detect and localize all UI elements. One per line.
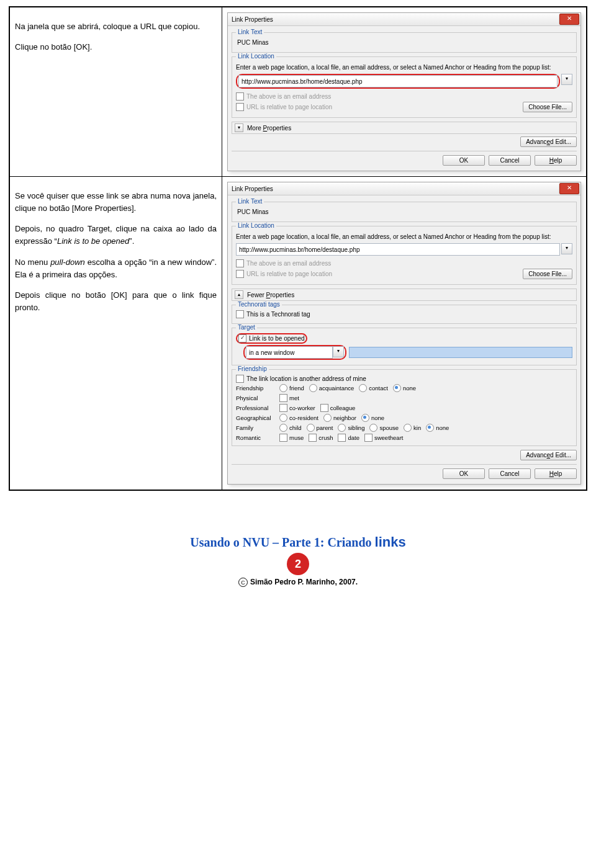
choose-file-button[interactable]: Choose File... [523,102,572,112]
checkbox-sweetheart[interactable] [364,434,372,442]
target-open-checkbox[interactable] [238,334,246,342]
instr-text: No menu pull-down escolha a opção “in a … [15,256,217,281]
advanced-edit-button[interactable]: Advanced Edit... [520,450,577,460]
url-dropdown-button[interactable]: ▾ [561,74,572,85]
more-properties-expander[interactable]: ▾ More Properties [232,122,577,134]
option-label: met [289,395,299,401]
radio-spouse[interactable] [369,424,377,432]
option-label: none [371,414,384,421]
option-label: contact [369,385,388,391]
link-text-group: Link Text PUC Minas [232,202,577,222]
choose-file-button[interactable]: Choose File... [523,269,572,279]
radio-contact[interactable] [359,384,367,392]
friendship-group: Friendship The link location is another … [232,369,577,446]
relative-checkbox[interactable] [236,270,244,278]
option-label: co-resident [289,414,318,421]
friendship-row-label: Professional [236,405,279,411]
target-select[interactable]: in a new window [246,346,333,359]
ok-button[interactable]: OK [443,468,485,479]
cancel-button[interactable]: Cancel [489,155,531,166]
option-label: neighbor [333,414,356,421]
url-dropdown-button[interactable]: ▾ [561,243,572,254]
dialog-title: Link Properties [232,186,273,192]
checkbox-colleague[interactable] [320,404,328,412]
screenshot-cell-1: Link Properties ✕ Link Text PUC Minas Li… [222,7,587,177]
option-label: sweetheart [374,434,403,441]
fewer-properties-expander[interactable]: ▴ Fewer Properties [232,289,577,301]
group-legend: Friendship [236,365,269,372]
link-text-group: Link Text PUC Minas [232,32,577,53]
option-label: child [289,424,302,431]
friendship-row-label: Geographical [236,414,279,421]
cancel-button[interactable]: Cancel [489,468,531,479]
chevron-down-icon: ▾ [235,123,243,132]
radio-co-resident[interactable] [279,414,287,422]
instr-text: Na janela que se abrirá, coloque a URL q… [15,20,217,33]
radio-neighbor[interactable] [323,414,332,422]
url-input[interactable]: http://www.pucminas.br/home/destaque.php [238,75,558,87]
link-location-group: Link Location Enter a web page location,… [232,56,577,118]
instructions-cell-2: Se você quiser que esse link se abra num… [10,177,222,490]
fewer-properties-label: Fewer Properties [247,292,294,298]
target-select-dropdown[interactable]: ▾ [333,346,344,357]
technorati-checkbox[interactable] [236,310,244,318]
t: ”. [129,236,134,246]
option-label: co-worker [289,405,315,411]
t: No menu [15,257,50,267]
friendship-row-label: Physical [236,395,279,401]
instructions-cell-1: Na janela que se abrirá, coloque a URL q… [10,7,222,177]
checkbox-crush[interactable] [309,434,317,442]
group-legend: Link Text [236,29,264,35]
help-button[interactable]: Help [535,155,577,166]
chevron-up-icon: ▴ [235,290,243,299]
radio-none[interactable] [393,384,401,392]
close-icon[interactable]: ✕ [559,183,579,194]
link-location-desc: Enter a web page location, a local file,… [236,233,572,241]
link-properties-dialog: Link Properties ✕ Link Text PUC Minas Li… [227,12,581,171]
checkbox-co-worker[interactable] [279,404,287,412]
another-address-checkbox[interactable] [236,375,244,383]
option-label: date [348,434,359,441]
email-checkbox-label: The above is an email address [246,93,331,100]
radio-parent[interactable] [307,424,315,432]
target-spacer [349,347,572,358]
relative-checkbox-label: URL is relative to page location [246,104,332,110]
link-location-group: Link Location Enter a web page location,… [232,226,577,285]
radio-kin[interactable] [404,424,412,432]
target-open-label: Link is to be opened [249,335,305,342]
radio-acquaintance[interactable] [309,384,317,392]
radio-friend[interactable] [279,384,287,392]
relative-checkbox[interactable] [236,103,244,111]
advanced-edit-button[interactable]: Advanced Edit... [520,136,577,147]
option-label: friend [289,385,304,391]
radio-none[interactable] [426,424,434,432]
ok-button[interactable]: OK [443,155,485,166]
checkbox-muse[interactable] [279,434,287,442]
instr-text: Depois clique no botão [OK] para que o l… [15,289,217,314]
dialog-titlebar: Link Properties ✕ [228,13,580,26]
url-input[interactable]: http://www.pucminas.br/home/destaque.php [236,243,560,256]
radio-sibling[interactable] [338,424,346,432]
link-location-desc: Enter a web page location, a local file,… [236,63,572,71]
option-label: parent [317,424,333,431]
t-italic: Link is to be opened [57,236,129,246]
more-properties-label: More Properties [247,125,291,132]
radio-child[interactable] [279,424,287,432]
page-footer: Usando o NVU – Parte 1: Criando links 2 … [9,534,587,587]
technorati-group: Technorati tags This is a Technorati tag [232,305,577,324]
instr-text: Clique no botão [OK]. [15,41,217,53]
email-checkbox[interactable] [236,92,244,101]
checkbox-met[interactable] [279,394,287,402]
option-label: kin [413,424,421,431]
email-checkbox[interactable] [236,259,244,267]
option-label: muse [289,434,304,441]
radio-none[interactable] [361,414,369,422]
t: Simão Pedro P. Marinho, 2007. [250,578,358,586]
group-legend: Link Text [236,198,264,205]
checkbox-date[interactable] [338,434,346,442]
close-icon[interactable]: ✕ [559,14,579,25]
t-italic: pull-down [50,257,85,267]
instr-text: Depois, no quadro Target, clique na caix… [15,223,217,248]
t: Usando o NVU – Parte 1: Criando [190,535,374,549]
help-button[interactable]: Help [535,468,577,479]
